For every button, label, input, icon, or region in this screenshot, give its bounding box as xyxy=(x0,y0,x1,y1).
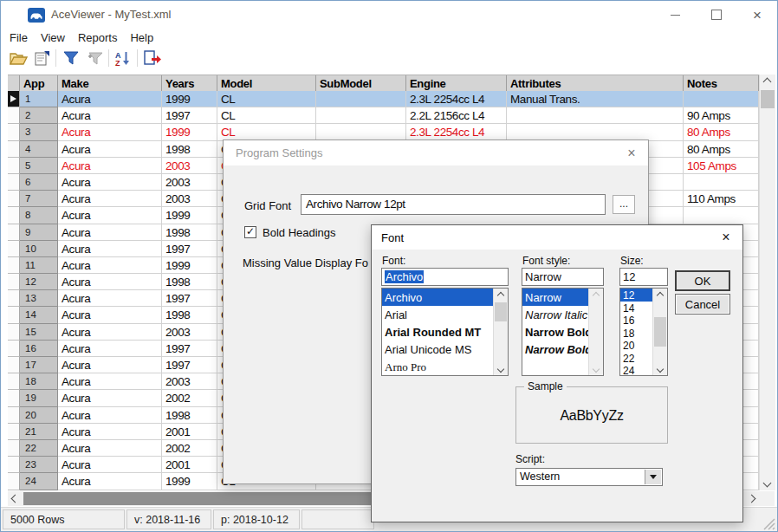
fontlist-item[interactable]: Arno Pro xyxy=(382,358,508,375)
close-button[interactable]: × xyxy=(737,1,777,29)
cell-n: 16 xyxy=(20,341,58,357)
fontlist-item[interactable]: Archivo xyxy=(382,289,508,306)
status-p-date: p: 2018-10-12 xyxy=(213,509,300,529)
col-header-make[interactable]: Make xyxy=(58,75,162,92)
fontlist-item[interactable]: Arial Unicode MS xyxy=(382,341,508,358)
cell-make: Acura xyxy=(58,473,162,490)
cell-years: 1997 xyxy=(162,241,217,257)
col-header-model[interactable]: Model xyxy=(217,75,316,92)
row-marker xyxy=(8,141,20,158)
fontlist-item[interactable]: Arial xyxy=(382,306,508,323)
row-marker xyxy=(8,174,20,191)
chevron-down-icon xyxy=(650,475,657,479)
scroll-thumb[interactable] xyxy=(495,302,507,321)
font-list[interactable]: ArchivoArialArial Rounded MTArial Unicod… xyxy=(381,288,509,376)
col-header-app[interactable]: App xyxy=(20,75,58,92)
font-input-value: Archivo xyxy=(385,270,424,283)
grid-font-field[interactable]: Archivo Narrow 12pt xyxy=(301,194,606,215)
menu-file[interactable]: File xyxy=(10,31,28,44)
cell-make: Acura xyxy=(58,158,162,174)
program-settings-titlebar[interactable]: Program Settings xyxy=(224,140,648,165)
scroll-thumb[interactable] xyxy=(654,317,666,347)
cell-n: 22 xyxy=(20,440,58,457)
size-list[interactable]: 12141618202224 xyxy=(619,288,668,376)
dialog-close-button[interactable]: × xyxy=(716,229,736,246)
cancel-button[interactable]: Cancel xyxy=(675,294,730,315)
resize-grip[interactable] xyxy=(762,516,776,530)
scroll-down-icon[interactable] xyxy=(760,476,775,490)
filter-button[interactable] xyxy=(61,48,81,68)
cell-n: 15 xyxy=(20,324,58,341)
menu-view[interactable]: View xyxy=(41,31,65,44)
export-button[interactable] xyxy=(141,48,162,68)
cell-n: 8 xyxy=(20,207,58,224)
menu-help[interactable]: Help xyxy=(130,31,153,44)
script-value: Western xyxy=(520,470,560,483)
script-dropdown[interactable]: Western xyxy=(515,468,663,486)
maximize-button[interactable] xyxy=(697,1,736,29)
menu-reports[interactable]: Reports xyxy=(78,31,118,44)
col-header-marker[interactable] xyxy=(8,75,20,92)
size-input[interactable]: 12 xyxy=(619,268,668,286)
row-marker xyxy=(8,324,20,341)
toolbar-separator xyxy=(55,49,56,67)
scroll-right-icon[interactable] xyxy=(744,491,759,506)
table-row[interactable]: 3Acura1999CL2.3L 2254cc L480 Amps xyxy=(8,124,759,140)
row-marker xyxy=(8,424,20,440)
row-marker xyxy=(8,274,20,290)
cell-notes: 80 Amps xyxy=(684,124,759,140)
cell-n: 3 xyxy=(20,124,58,140)
cell-n: 13 xyxy=(20,290,58,307)
font-style-list[interactable]: NarrowNarrow ItalicNarrow BoldNarrow Bol… xyxy=(522,288,604,376)
bold-headings-checkbox[interactable]: ✓ xyxy=(244,226,256,238)
col-header-years[interactable]: Years xyxy=(162,75,217,92)
vertical-scroll-thumb[interactable] xyxy=(761,90,775,108)
style-list-scrollbar[interactable] xyxy=(588,289,603,375)
minimize-button[interactable] xyxy=(655,1,695,29)
vertical-scrollbar[interactable] xyxy=(759,75,775,490)
cell-n: 19 xyxy=(20,390,58,406)
font-input[interactable]: Archivo xyxy=(381,268,509,286)
table-row[interactable]: 2Acura1997CL2.2L 2156cc L490 Amps xyxy=(8,107,759,124)
size-list-scrollbar[interactable] xyxy=(652,289,667,375)
table-row[interactable]: 1Acura1999CL2.3L 2254cc L4Manual Trans. xyxy=(8,91,759,107)
cell-notes: 110 Amps xyxy=(684,191,759,207)
cell-years: 1998 xyxy=(162,274,217,290)
scroll-left-icon[interactable] xyxy=(8,491,23,506)
cell-make: Acura xyxy=(58,440,162,457)
sort-button[interactable]: A Z xyxy=(113,48,133,68)
scroll-up-icon[interactable] xyxy=(653,289,667,302)
cell-n: 24 xyxy=(20,473,58,490)
scroll-up-icon[interactable] xyxy=(494,289,508,302)
cell-n: 9 xyxy=(20,224,58,241)
open-file-button[interactable] xyxy=(8,48,29,68)
scroll-down-icon[interactable] xyxy=(653,362,667,375)
fontlist-item[interactable]: Arial Rounded MT xyxy=(382,323,508,341)
cell-years: 2003 xyxy=(162,324,217,341)
browse-font-button[interactable]: ... xyxy=(613,195,635,214)
properties-button[interactable] xyxy=(31,48,52,68)
add-filter-button[interactable] xyxy=(84,48,105,68)
cell-engine: 2.3L 2254cc L4 xyxy=(406,91,507,107)
scroll-up-icon[interactable] xyxy=(760,75,775,89)
scrollbar-corner xyxy=(759,491,775,506)
font-list-scrollbar[interactable] xyxy=(493,289,508,375)
col-header-submodel[interactable]: SubModel xyxy=(316,75,406,92)
dialog-close-button[interactable]: × xyxy=(622,145,641,162)
window-title: AceViewer - MyTest.xml xyxy=(51,8,171,21)
scroll-down-icon[interactable] xyxy=(494,362,508,375)
checkmark-icon: ✓ xyxy=(246,225,255,237)
cell-n: 12 xyxy=(20,274,58,290)
cell-years: 1999 xyxy=(162,207,217,224)
font-dialog-titlebar[interactable]: Font xyxy=(372,225,742,250)
ok-button[interactable]: OK xyxy=(675,270,730,291)
scroll-up-icon xyxy=(589,289,603,302)
font-style-input[interactable]: Narrow xyxy=(522,268,604,286)
cell-model: CL xyxy=(217,91,316,107)
cell-make: Acura xyxy=(58,257,162,274)
dropdown-button[interactable] xyxy=(645,470,661,484)
col-header-notes[interactable]: Notes xyxy=(684,75,759,92)
col-header-engine[interactable]: Engine xyxy=(406,75,507,92)
col-header-attributes[interactable]: Attributes xyxy=(507,75,684,92)
cell-make: Acura xyxy=(58,224,162,241)
